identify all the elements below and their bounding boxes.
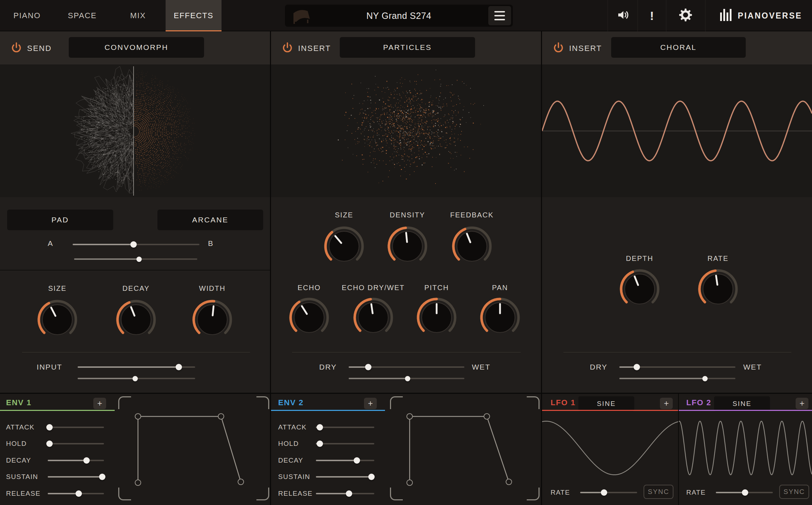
feedback-knob-label: FEEDBACK: [443, 211, 500, 219]
tab-piano[interactable]: PIANO: [0, 0, 54, 31]
pan-knob[interactable]: [479, 297, 521, 338]
top-bar: PIANO SPACE MIX EFFECTS NY Grand S274 !: [0, 0, 812, 31]
env1-hold-slider[interactable]: [48, 440, 104, 448]
env1-hold-label: HOLD: [6, 440, 27, 448]
echo-drywet-knob-label: ECHO DRY/WET: [334, 284, 412, 292]
lfo2-waveform-select[interactable]: SINE: [714, 396, 770, 411]
lfo2-add-button[interactable]: +: [796, 398, 808, 409]
env1-add-button[interactable]: +: [93, 398, 106, 409]
topbar-separator: [705, 0, 706, 31]
lfo2-rate-label: RATE: [686, 489, 706, 496]
choral-power-button[interactable]: [552, 41, 565, 56]
lfo1-rate-label: RATE: [551, 489, 570, 496]
echo-knob[interactable]: [288, 297, 330, 338]
pad-button[interactable]: PAD: [7, 210, 113, 230]
tab-label: SPACE: [68, 11, 97, 20]
rate-knob-label: RATE: [689, 254, 746, 262]
chorus-rate-knob[interactable]: [697, 268, 739, 310]
input-mod-slider[interactable]: [78, 375, 195, 382]
env2-decay-label: DECAY: [278, 457, 303, 464]
lfo1-rate-slider[interactable]: [580, 489, 637, 496]
rule: [563, 352, 791, 352]
env1-envelope-graph[interactable]: [118, 396, 269, 500]
rule: [22, 352, 250, 352]
depth-knob[interactable]: [619, 268, 660, 310]
lfo1-wave-display: [542, 413, 678, 483]
env2-sustain-slider[interactable]: [316, 473, 374, 481]
width-knob-label: WIDTH: [184, 284, 241, 292]
tab-label: MIX: [130, 11, 146, 20]
env2-release-slider[interactable]: [316, 490, 374, 498]
input-label: INPUT: [26, 363, 73, 371]
psize-knob[interactable]: [323, 226, 365, 267]
pitch-knob[interactable]: [416, 297, 457, 338]
width-knob[interactable]: [192, 299, 233, 340]
env2-envelope-graph[interactable]: [390, 396, 540, 500]
env2-title: ENV 2: [278, 398, 304, 407]
feedback-knob[interactable]: [451, 226, 493, 267]
env2-attack-slider[interactable]: [316, 423, 374, 431]
input-slider[interactable]: [78, 363, 195, 371]
echo-drywet-knob[interactable]: [353, 297, 394, 338]
pianoverse-logo: PIANOVERSE: [709, 0, 812, 31]
gear-icon: [679, 8, 692, 23]
env1-sustain-slider[interactable]: [48, 473, 104, 481]
psize-knob-label: SIZE: [316, 211, 373, 219]
env2-sustain-label: SUSTAIN: [278, 473, 310, 481]
lfo1-sync-button[interactable]: SYNC: [644, 485, 673, 499]
morph-mod-slider[interactable]: [74, 255, 197, 263]
env1-release-label: RELEASE: [6, 490, 41, 498]
wet-label: WET: [466, 363, 496, 371]
drywet-mod-slider[interactable]: [619, 375, 735, 382]
env1-accent-underline: [0, 410, 115, 411]
env1-attack-slider[interactable]: [48, 423, 104, 431]
topbar-separator: [608, 0, 608, 31]
tab-effects[interactable]: EFFECTS: [166, 0, 222, 31]
choral-visualization: [542, 65, 812, 197]
section-divider: [0, 270, 270, 270]
lfo1-add-button[interactable]: +: [660, 398, 673, 409]
particles-power-button[interactable]: [281, 41, 294, 56]
convomorph-power-button[interactable]: [10, 41, 23, 56]
tab-space[interactable]: SPACE: [54, 0, 110, 31]
tab-mix[interactable]: MIX: [110, 0, 166, 31]
lfo2-rate-slider[interactable]: [716, 489, 773, 496]
settings-button[interactable]: [666, 0, 705, 31]
convomorph-visualization: [0, 65, 270, 197]
env2-release-label: RELEASE: [278, 490, 313, 498]
pianoverse-window: PIANO SPACE MIX EFFECTS NY Grand S274 !: [0, 0, 812, 505]
env2-decay-slider[interactable]: [316, 457, 374, 464]
morph-slider[interactable]: [73, 241, 199, 248]
choral-select-button[interactable]: CHORAL: [611, 37, 746, 58]
lfo2-accent-underline: [679, 410, 812, 411]
env2-add-button[interactable]: +: [364, 398, 377, 409]
env1-release-slider[interactable]: [48, 490, 104, 498]
particles-select-button[interactable]: PARTICLES: [340, 37, 475, 58]
preset-menu-button[interactable]: [488, 6, 511, 25]
size-knob[interactable]: [37, 299, 78, 340]
dry-label: DRY: [583, 363, 614, 371]
env1-decay-slider[interactable]: [48, 457, 104, 464]
morph-b-label: B: [204, 239, 218, 247]
particles-visualization: [271, 65, 541, 197]
env2-accent-underline: [271, 410, 385, 411]
convomorph-select-button[interactable]: CONVOMORPH: [69, 37, 204, 58]
drywet-slider[interactable]: [349, 363, 464, 371]
drywet-mod-slider[interactable]: [349, 375, 464, 382]
decay-knob[interactable]: [115, 299, 157, 340]
arcane-button[interactable]: ARCANE: [157, 210, 263, 230]
dry-label: DRY: [313, 363, 343, 371]
density-knob-label: DENSITY: [379, 211, 436, 219]
decay-knob-label: DECAY: [108, 284, 165, 292]
pitch-knob-label: PITCH: [408, 284, 465, 292]
lfo1-waveform-select[interactable]: SINE: [578, 396, 634, 411]
column-divider: [270, 31, 271, 505]
env2-hold-slider[interactable]: [316, 440, 374, 448]
choral-slot-label: INSERT: [569, 43, 602, 53]
drywet-slider[interactable]: [619, 363, 735, 371]
preset-selector[interactable]: NY Grand S274: [285, 5, 513, 27]
alert-button[interactable]: !: [638, 0, 666, 31]
lfo2-sync-button[interactable]: SYNC: [779, 485, 809, 499]
volume-button[interactable]: [610, 0, 637, 31]
density-knob[interactable]: [387, 226, 428, 267]
